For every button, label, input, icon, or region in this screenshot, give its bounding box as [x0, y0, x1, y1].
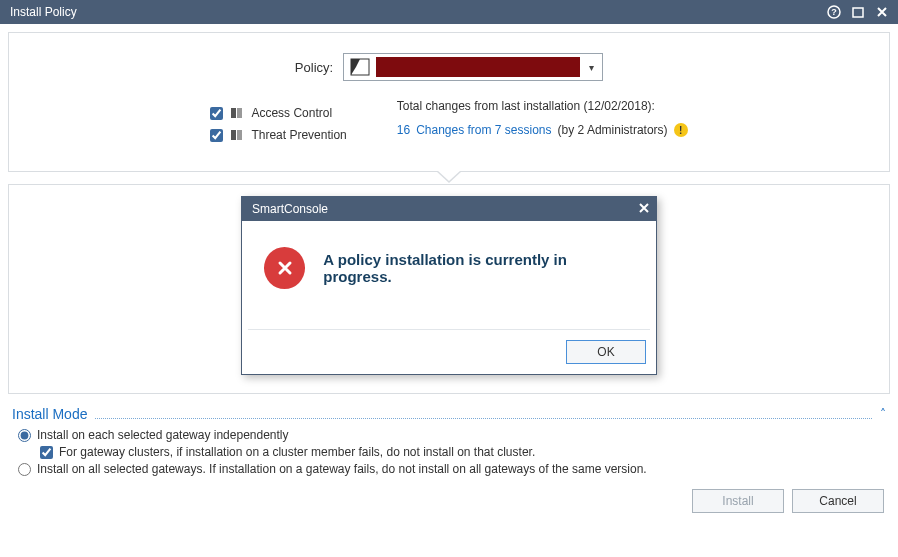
- cancel-button[interactable]: Cancel: [792, 489, 884, 513]
- policy-select[interactable]: ▾: [343, 53, 603, 81]
- policy-value-redacted: [376, 57, 580, 77]
- svg-rect-6: [237, 108, 242, 118]
- changes-count: 16: [397, 123, 410, 137]
- install-all-label: Install on all selected gateways. If ins…: [37, 462, 647, 476]
- error-icon: [264, 247, 305, 289]
- install-mode-title: Install Mode: [12, 406, 87, 422]
- cluster-fail-label: For gateway clusters, if installation on…: [59, 445, 535, 459]
- svg-rect-5: [231, 108, 236, 118]
- access-control-icon: [229, 105, 245, 121]
- layer-access-control-row: Access Control: [210, 105, 346, 121]
- dialog-titlebar: SmartConsole: [242, 197, 656, 221]
- cluster-fail-checkbox[interactable]: [40, 446, 53, 459]
- error-dialog: SmartConsole A policy installation is cu…: [241, 196, 657, 375]
- dialog-title: SmartConsole: [252, 202, 638, 216]
- changes-by: (by 2 Administrators): [558, 123, 668, 137]
- warning-icon: !: [674, 123, 688, 137]
- policy-label: Policy:: [295, 60, 333, 75]
- titlebar: Install Policy ?: [0, 0, 898, 24]
- dialog-message: A policy installation is currently in pr…: [323, 251, 634, 285]
- svg-text:?: ?: [831, 7, 837, 17]
- svg-rect-8: [237, 130, 242, 140]
- chevron-up-icon[interactable]: ˄: [880, 407, 886, 421]
- svg-rect-7: [231, 130, 236, 140]
- window-title: Install Policy: [10, 5, 820, 19]
- dialog-close-icon[interactable]: [638, 202, 650, 217]
- install-mode-section: Install Mode ˄ Install on each selected …: [8, 406, 890, 479]
- install-independent-label: Install on each selected gateway indepen…: [37, 428, 289, 442]
- install-independent-radio[interactable]: [18, 429, 31, 442]
- panel-connector: [8, 172, 890, 184]
- section-divider: [95, 418, 872, 419]
- svg-rect-2: [853, 8, 863, 17]
- access-control-checkbox[interactable]: [210, 107, 223, 120]
- changes-link[interactable]: Changes from 7 sessions: [416, 123, 551, 137]
- threat-prevention-label: Threat Prevention: [251, 128, 346, 142]
- threat-prevention-checkbox[interactable]: [210, 129, 223, 142]
- policy-panel: Policy: ▾ Access Control: [8, 32, 890, 172]
- threat-prevention-icon: [229, 127, 245, 143]
- ok-button[interactable]: OK: [566, 340, 646, 364]
- changes-headline: Total changes from last installation (12…: [397, 99, 688, 113]
- install-button[interactable]: Install: [692, 489, 784, 513]
- install-all-radio[interactable]: [18, 463, 31, 476]
- maximize-icon[interactable]: [848, 2, 868, 22]
- help-icon[interactable]: ?: [824, 2, 844, 22]
- access-control-label: Access Control: [251, 106, 332, 120]
- layer-threat-prevention-row: Threat Prevention: [210, 127, 346, 143]
- policy-icon: [348, 56, 372, 78]
- chevron-down-icon[interactable]: ▾: [584, 62, 598, 73]
- close-icon[interactable]: [872, 2, 892, 22]
